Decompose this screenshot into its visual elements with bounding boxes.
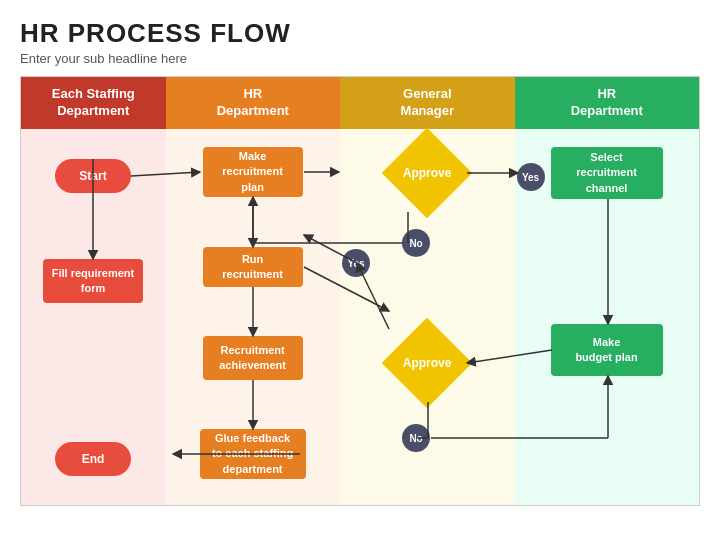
- no1-node: No: [402, 229, 430, 257]
- sub-headline: Enter your sub headline here: [20, 51, 700, 66]
- flowchart: Each Staffing Department Start Fill requ…: [20, 76, 700, 506]
- main-title: HR PROCESS FLOW: [20, 18, 700, 49]
- no2-node: No: [402, 424, 430, 452]
- lane-general-mgr: General Manager Approve No Yes A: [340, 77, 514, 505]
- lane1-body: Start Fill requirement form End: [21, 129, 166, 505]
- select-channel-node: Select recruitment channel: [551, 147, 663, 199]
- lane-hr-dept: HR Department Make recruitment plan Run …: [166, 77, 340, 505]
- lane2-body: Make recruitment plan Run recruitment Re…: [166, 129, 340, 505]
- page: HR PROCESS FLOW Enter your sub headline …: [0, 0, 720, 540]
- glue-feedback-node: Glue feedback to each staffing departmen…: [200, 429, 306, 479]
- lane4-body: Select recruitment channel Make budget p…: [515, 129, 699, 505]
- lane-each-staffing: Each Staffing Department Start Fill requ…: [21, 77, 166, 505]
- approve1-node: Approve: [388, 134, 466, 212]
- yes2-node: Yes: [342, 249, 370, 277]
- lane3-body: Approve No Yes Approve No: [340, 129, 514, 505]
- approve2-node: Approve: [388, 324, 466, 402]
- lane1-header: Each Staffing Department: [21, 77, 166, 129]
- make-plan-node: Make recruitment plan: [203, 147, 303, 197]
- lane4-header: HR Department: [515, 77, 699, 129]
- recruitment-achievement-node: Recruitment achievement: [203, 336, 303, 380]
- lane3-header: General Manager: [340, 77, 514, 129]
- fill-form-node: Fill requirement form: [43, 259, 143, 303]
- end-node: End: [55, 442, 131, 476]
- yes1-node: Yes: [517, 163, 545, 191]
- lane2-header: HR Department: [166, 77, 340, 129]
- lane-hr-dept-right: HR Department Select recruitment channel…: [515, 77, 699, 505]
- start-node: Start: [55, 159, 131, 193]
- make-budget-node: Make budget plan: [551, 324, 663, 376]
- run-recruitment-node: Run recruitment: [203, 247, 303, 287]
